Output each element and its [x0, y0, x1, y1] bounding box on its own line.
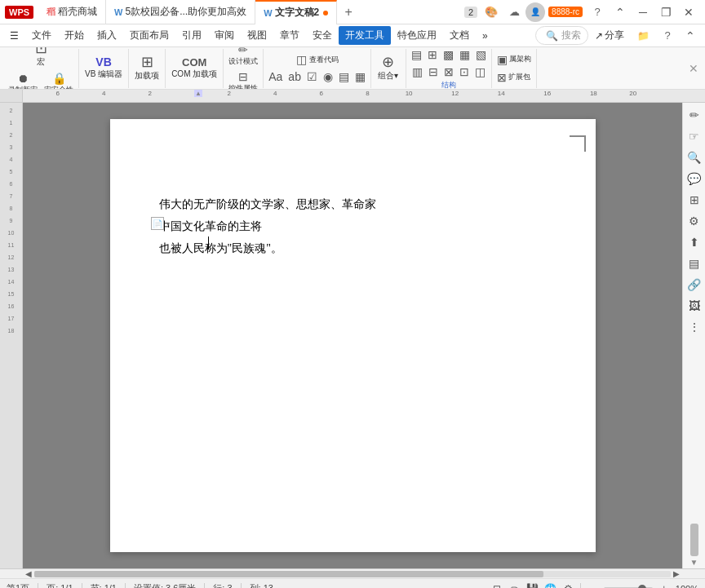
struct-icon-1[interactable]: ▤ [409, 47, 424, 63]
edit-status-icon[interactable]: ✏ [508, 582, 521, 589]
user-badge: 8888-rc [548, 7, 583, 17]
struct-icon-5[interactable]: ▧ [473, 47, 489, 63]
zoom-thumb[interactable] [638, 585, 646, 589]
ctrl-icon-2[interactable]: ab [286, 69, 304, 85]
menu-question-icon[interactable]: ? [656, 27, 679, 45]
scrollbar-area: ▼ [690, 339, 698, 568]
save-status-icon[interactable]: 💾 [526, 582, 539, 589]
zoom-out-icon[interactable]: − [586, 582, 599, 589]
combine-button[interactable]: ⊕ 组合▾ [374, 53, 403, 83]
search-icon: 🔍 [546, 30, 558, 42]
view-code-icon: ◫ [296, 53, 307, 66]
struct-icon-2[interactable]: ⊞ [425, 47, 440, 63]
menu-layout[interactable]: 页面布局 [123, 26, 175, 45]
smart-tag-dropdown[interactable]: ▾ [164, 219, 172, 228]
vb-editor-label: VB 编辑器 [85, 69, 122, 80]
struct-icon-6[interactable]: ▥ [410, 64, 425, 80]
sidebar-up-icon[interactable]: ⬆ [685, 233, 703, 251]
struct-icon-10[interactable]: ◫ [472, 64, 488, 80]
struct-icon-4[interactable]: ▦ [457, 47, 472, 63]
menu-view[interactable]: 视图 [241, 26, 273, 45]
ctrl-icon-3[interactable]: ☑ [304, 69, 320, 85]
menu-review[interactable]: 审阅 [208, 26, 241, 45]
hscroll-left-arrow[interactable]: ◀ [23, 569, 34, 578]
ctrl-icon-6[interactable]: ▦ [352, 69, 368, 85]
cloud-icon[interactable]: ☁ [503, 3, 525, 21]
sidebar-comment-icon[interactable]: 💬 [685, 170, 703, 188]
hscroll-thumb[interactable] [34, 571, 543, 577]
macro-security-button[interactable]: 🔒 宏安全性 [42, 70, 76, 90]
scroll-down-icon[interactable]: ▼ [690, 558, 698, 567]
design-mode-button[interactable]: ✏ 设计模式 [226, 47, 260, 69]
ribbon-collapse-icon[interactable]: ⌃ [679, 27, 702, 45]
vb-editor-button[interactable]: VB VB 编辑器 [82, 55, 126, 82]
sidebar-table-icon[interactable]: ⊞ [685, 191, 703, 209]
share-button[interactable]: ↗ 分享 [588, 26, 631, 45]
sidebar-image-icon[interactable]: 🖼 [685, 297, 703, 315]
ctrl-icon-5[interactable]: ▤ [336, 69, 352, 85]
combine-icon: ⊕ [382, 55, 394, 69]
smart-tag-icon[interactable]: 📄 [151, 217, 164, 230]
record-macro-button[interactable]: ⏺ 录制新宏 [6, 70, 40, 90]
avatar[interactable]: 👤 [525, 2, 545, 22]
document-area[interactable]: 伟大的无产阶级的文学家、思想家、革命家 中国文化革命的主将 也被人民称为"民族魂… [23, 103, 682, 568]
zoom-in-icon[interactable]: + [658, 582, 671, 589]
struct-icon-7[interactable]: ⊟ [426, 64, 441, 80]
smart-tag[interactable]: 📄 ▾ [151, 217, 172, 230]
globe-status-icon[interactable]: 🌐 [544, 582, 557, 589]
tab-campus[interactable]: W 5款校园必备...助你更加高效 [106, 0, 255, 24]
ctrl-icon-1[interactable]: Aa [266, 69, 285, 85]
framework-label: 属架构 [509, 54, 531, 64]
struct-icon-8[interactable]: ⊠ [441, 64, 456, 80]
search-box[interactable]: 🔍 搜索 [535, 26, 588, 45]
menu-chapter[interactable]: 章节 [273, 26, 306, 45]
menu-security[interactable]: 安全 [306, 26, 339, 45]
menu-file[interactable]: 文件 [25, 26, 58, 45]
framework-button[interactable]: ▣ 属架构 [494, 51, 534, 68]
close-button[interactable]: ✕ [677, 3, 700, 21]
menu-more[interactable]: » [476, 28, 494, 44]
sidebar-more-icon[interactable]: ⋮ [685, 318, 703, 336]
struct-icon-9[interactable]: ⊡ [457, 64, 472, 80]
folder-icon[interactable]: 📁 [631, 28, 656, 44]
skin-icon[interactable]: 🎨 [480, 3, 503, 21]
menu-devtools[interactable]: 开发工具 [339, 26, 391, 45]
tab-count-badge: 2 [464, 7, 477, 18]
sidebar-style-icon[interactable]: ▤ [685, 254, 703, 272]
sidebar-edit-icon[interactable]: ✏ [685, 106, 703, 124]
resize-status-icon[interactable]: ⊡ [490, 582, 503, 589]
ctrl-icon-4[interactable]: ◉ [321, 69, 335, 85]
control-props-button[interactable]: ⊟ 控件属性 [226, 69, 260, 91]
close-toolbar-button[interactable]: ✕ [685, 60, 702, 77]
tab-caoke[interactable]: 稻 稻壳商城 [38, 0, 106, 24]
hscroll-right-arrow[interactable]: ▶ [671, 569, 682, 578]
status-sep-2 [82, 583, 82, 589]
menu-start[interactable]: 开始 [58, 26, 91, 45]
struct-icon-3[interactable]: ▩ [441, 47, 456, 63]
menu-reference[interactable]: 引用 [175, 26, 208, 45]
new-tab-button[interactable]: + [337, 1, 360, 24]
tab-doc[interactable]: W 文字文稿2 [255, 0, 337, 24]
sidebar-settings-icon[interactable]: ⚙ [685, 212, 703, 230]
sidebar-hand-icon[interactable]: ☞ [685, 127, 703, 145]
ribbon-toggle-icon[interactable]: ⌃ [609, 3, 632, 21]
view-code-button[interactable]: ◫ 查看代码 [294, 51, 341, 68]
menu-features[interactable]: 特色应用 [391, 26, 443, 45]
sidebar-search-icon[interactable]: 🔍 [685, 148, 703, 166]
menu-docs[interactable]: 文档 [443, 26, 476, 45]
menu-hamburger[interactable]: ☰ [3, 28, 25, 44]
scrollbar-thumb[interactable] [690, 524, 698, 556]
macro-button[interactable]: ⊡ 宏 [26, 47, 55, 69]
node-label: 节: 1/1 [91, 582, 117, 588]
help-icon[interactable]: ? [586, 3, 609, 21]
extension-button[interactable]: ⊠ 扩展包 [494, 69, 533, 86]
settings-status-icon[interactable]: ⚙ [562, 582, 575, 589]
minimize-button[interactable]: ─ [632, 3, 654, 21]
addin-button[interactable]: ⊞ 加载项 [131, 53, 162, 83]
menu-insert[interactable]: 插入 [91, 26, 123, 45]
hscroll-track[interactable] [34, 571, 671, 577]
restore-button[interactable]: ❐ [654, 3, 677, 21]
sidebar-link-icon[interactable]: 🔗 [685, 276, 703, 294]
com-addin-button[interactable]: COM COM 加载项 [168, 55, 220, 82]
settings-label: 设置值: 3.6厘米 [134, 582, 196, 588]
